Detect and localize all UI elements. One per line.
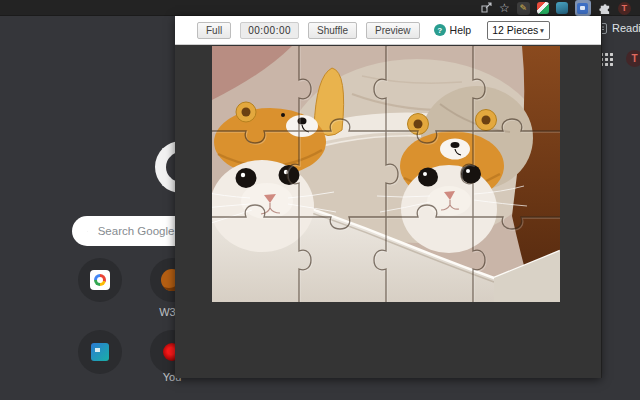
shortcut-3-favicon xyxy=(91,343,109,361)
extensions-puzzle-icon[interactable] xyxy=(598,2,611,15)
screen: { "browser": { "reading_list_label": "Re… xyxy=(0,0,640,400)
profile-avatar[interactable]: T xyxy=(626,50,640,67)
search-icon xyxy=(87,225,88,238)
shortcut-tile-1[interactable] xyxy=(78,258,122,302)
pieces-count-value: 12 Pieces xyxy=(492,24,538,36)
puzzle-toolbar: Full 00:00:00 Shuffle Preview ? Help 12 … xyxy=(175,16,601,45)
reading-list-label: Reading xyxy=(612,22,640,34)
jigsaw-extension-glyph xyxy=(577,3,588,14)
shuffle-button[interactable]: Shuffle xyxy=(308,22,357,39)
reading-list-button[interactable]: Reading xyxy=(596,21,640,35)
jigsaw-extension-icon-active[interactable] xyxy=(575,0,591,16)
help-button[interactable]: ? Help xyxy=(434,24,472,36)
puzzle-overlay-panel: Full 00:00:00 Shuffle Preview ? Help 12 … xyxy=(175,16,601,378)
google-apps-grid-icon[interactable] xyxy=(599,52,613,66)
shortcut-1-favicon xyxy=(90,270,110,290)
help-icon: ? xyxy=(434,24,446,36)
search-placeholder-text: Search Google o xyxy=(98,225,184,237)
chevron-down-icon: ▼ xyxy=(539,27,545,34)
share-icon[interactable] xyxy=(480,2,492,14)
puzzle-image-cats[interactable] xyxy=(212,46,560,302)
browser-toolbar-icons: ☆ ✎ T xyxy=(480,0,631,16)
shortcut-tile-3[interactable] xyxy=(78,330,122,374)
pieces-count-select[interactable]: 12 Pieces ▼ xyxy=(487,21,550,40)
timer-display: 00:00:00 xyxy=(240,22,299,39)
bookmark-star-icon[interactable]: ☆ xyxy=(499,2,510,14)
extension-pencil-icon[interactable]: ✎ xyxy=(517,2,530,15)
extension-colorful-icon[interactable] xyxy=(537,2,549,14)
preview-button[interactable]: Preview xyxy=(366,22,420,39)
help-label: Help xyxy=(450,24,472,36)
full-button[interactable]: Full xyxy=(197,22,231,39)
puzzle-board[interactable] xyxy=(212,46,560,302)
search-input[interactable]: Search Google o xyxy=(72,216,184,246)
extension-teal-icon[interactable] xyxy=(556,2,568,14)
browser-profile-avatar[interactable]: T xyxy=(618,2,631,15)
